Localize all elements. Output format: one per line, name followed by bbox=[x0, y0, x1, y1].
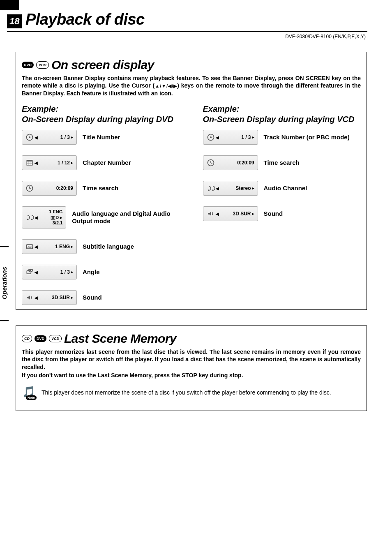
osd-value: 1 / 3 bbox=[219, 134, 251, 140]
example-label: Example: bbox=[22, 104, 180, 114]
arrow-left-icon: ◀ bbox=[216, 186, 219, 191]
arrow-right-icon: ▸ bbox=[71, 135, 73, 139]
arrow-left-icon: ◀ bbox=[35, 245, 38, 249]
dvd-badge-icon: DVD bbox=[35, 335, 46, 342]
section-title: On screen display bbox=[51, 58, 154, 72]
section-intro: The on-screen Banner Display contains ma… bbox=[22, 74, 361, 97]
osd-label: Audio Channel bbox=[264, 185, 307, 192]
osd-label: Time search bbox=[264, 159, 300, 167]
osd-value: 0:20:09 bbox=[215, 160, 254, 166]
osd-value: 1 / 12 bbox=[38, 160, 70, 166]
osd-label: Sound bbox=[264, 210, 283, 218]
osd-tile: ◀ 1 ENG ▯▯D ▸ 3/2.1 bbox=[22, 206, 66, 229]
arrow-right-icon: ▸ bbox=[252, 186, 254, 190]
section-last-scene-memory: CD DVD VCD Last Scene Memory This player… bbox=[16, 325, 367, 411]
arrow-right-icon: ▸ bbox=[252, 135, 254, 139]
osd-tile: ◀ 1 / 12 ▸ bbox=[22, 155, 77, 170]
model-id: DVF-3080/DVF-8100 (EN/K,P,E,X,Y) bbox=[285, 34, 366, 39]
disc-icon bbox=[207, 133, 215, 141]
cd-badge-icon: CD bbox=[22, 335, 32, 342]
svg-point-19 bbox=[212, 190, 213, 191]
audio-icon bbox=[25, 213, 34, 222]
osd-tile: ABC ◀ 1 ENG ▸ bbox=[22, 239, 77, 254]
lsm-paragraph-1: This player memorizes last scene from th… bbox=[22, 348, 361, 371]
osd-row-subtitle: ABC ◀ 1 ENG ▸ Subtitle language bbox=[22, 239, 180, 254]
arrow-left-icon: ◀ bbox=[35, 295, 38, 300]
arrow-right-icon: ▸ bbox=[252, 212, 254, 216]
note-row: 🎵Note This player does not memorize the … bbox=[22, 385, 361, 399]
arrow-left-icon: ◀ bbox=[35, 161, 38, 165]
vcd-badge-icon: VCD bbox=[36, 61, 49, 69]
osd-row-time: 0:20:09 Time search bbox=[203, 155, 361, 170]
osd-label: Track Number (or PBC mode) bbox=[264, 134, 350, 141]
svg-text:ABC: ABC bbox=[28, 246, 34, 249]
section-on-screen-display: DVD VCD On screen display The on-screen … bbox=[16, 52, 367, 310]
svg-point-14 bbox=[29, 270, 31, 272]
svg-point-8 bbox=[27, 219, 28, 220]
osd-label: Sound bbox=[83, 294, 102, 302]
arrow-left-icon: ◀ bbox=[35, 135, 38, 140]
page-header: 18 Playback of disc bbox=[7, 11, 367, 32]
arrow-right-icon: ▸ bbox=[71, 245, 73, 249]
arrow-right-icon: ▸ bbox=[71, 161, 73, 165]
osd-row-sound: ◀ 3D SUR ▸ Sound bbox=[203, 206, 361, 221]
sound-icon bbox=[207, 210, 215, 218]
arrow-left-icon: ◀ bbox=[216, 212, 219, 216]
osd-value: 1 ENG bbox=[38, 244, 70, 249]
section-title: Last Scene Memory bbox=[64, 332, 176, 346]
note-badge-label: Note bbox=[26, 395, 37, 400]
osd-tile: 0:20:09 bbox=[22, 181, 77, 196]
osd-row-time: 0:20:09 Time search bbox=[22, 181, 180, 196]
stack-line: 3/2.1 bbox=[38, 220, 62, 226]
page: 18 Playback of disc DVF-3080/DVF-8100 (E… bbox=[0, 0, 392, 554]
osd-label: Chapter Number bbox=[83, 159, 131, 167]
osd-tile: 0:20:09 bbox=[203, 155, 258, 170]
osd-row-chapter: ◀ 1 / 12 ▸ Chapter Number bbox=[22, 155, 180, 170]
arrow-right-icon: ▸ bbox=[71, 295, 73, 300]
arrow-left-icon: ◀ bbox=[35, 270, 38, 275]
example-label: Example: bbox=[203, 104, 361, 114]
osd-value: 3D SUR bbox=[219, 211, 251, 217]
page-title: Playback of disc bbox=[25, 11, 145, 28]
film-icon bbox=[25, 159, 34, 167]
osd-row-audio: ◀ 1 ENG ▯▯D ▸ 3/2.1 Audio language and D… bbox=[22, 206, 180, 229]
osd-label: Time search bbox=[83, 185, 118, 192]
osd-tile: ◀ Stereo ▸ bbox=[203, 181, 258, 196]
osd-row-sound: ◀ 3D SUR ▸ Sound bbox=[22, 290, 180, 305]
vcd-badge-icon: VCD bbox=[49, 335, 62, 342]
arrow-right-icon: ▸ bbox=[71, 270, 73, 274]
osd-tile: ◀ 3D SUR ▸ bbox=[203, 206, 258, 221]
column-dvd: Example: On-Screen Display during playin… bbox=[22, 104, 180, 316]
note-text: This player does not memorize the scene … bbox=[42, 385, 331, 396]
clock-icon bbox=[207, 159, 215, 167]
disc-icon bbox=[25, 133, 34, 141]
svg-point-1 bbox=[29, 136, 30, 138]
osd-row-track: ◀ 1 / 3 ▸ Track Number (or PBC mode) bbox=[203, 130, 361, 145]
column-vcd: Example: On-Screen Display during playin… bbox=[203, 104, 361, 316]
cursor-keys-glyph: ▲/▼/◀/▶ bbox=[154, 83, 177, 88]
svg-point-18 bbox=[208, 190, 209, 191]
note-icon: 🎵Note bbox=[22, 385, 36, 399]
osd-label: Subtitle language bbox=[83, 243, 134, 251]
side-tab-operations: Operations bbox=[0, 246, 9, 321]
osd-label: Audio language and Digital Audio Output … bbox=[72, 210, 180, 226]
osd-value: 0:20:09 bbox=[34, 185, 73, 191]
subtitle-icon: ABC bbox=[25, 242, 34, 251]
angle-icon bbox=[25, 268, 34, 276]
stack-line: 1 ENG bbox=[38, 209, 62, 215]
osd-tile: ◀ 1 / 3 ▸ bbox=[203, 130, 258, 145]
stack-line: ▯▯D ▸ bbox=[38, 215, 62, 221]
clock-icon bbox=[25, 184, 34, 192]
example-subtitle: On-Screen Display during playing DVD bbox=[22, 115, 180, 124]
osd-value: Stereo bbox=[219, 185, 251, 191]
osd-label: Angle bbox=[83, 268, 100, 276]
section-heading: CD DVD VCD Last Scene Memory bbox=[22, 332, 361, 346]
example-subtitle: On-Screen Display during playing VCD bbox=[203, 115, 361, 124]
osd-value: 3D SUR bbox=[38, 295, 70, 300]
lsm-paragraph-2: If you don't want to use the Last Scene … bbox=[22, 372, 361, 379]
audio-icon bbox=[207, 184, 215, 192]
osd-value-stack: 1 ENG ▯▯D ▸ 3/2.1 bbox=[38, 209, 62, 226]
osd-row-audio: ◀ Stereo ▸ Audio Channel bbox=[203, 181, 361, 196]
osd-value: 1 / 3 bbox=[38, 134, 70, 140]
section-heading: DVD VCD On screen display bbox=[22, 58, 361, 72]
